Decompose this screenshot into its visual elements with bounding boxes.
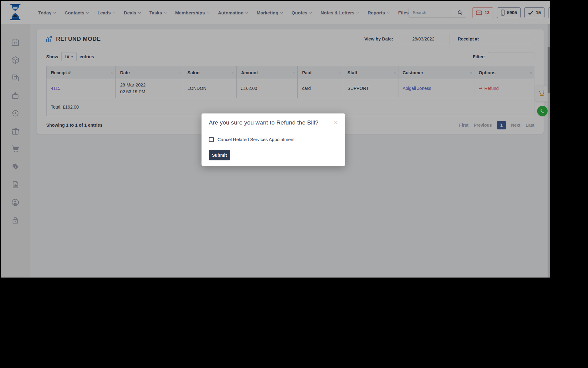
submit-button[interactable]: Submit bbox=[209, 150, 230, 160]
cancel-services-checkbox[interactable] bbox=[209, 137, 214, 142]
modal-body: Cancel Related Services Appointment Subm… bbox=[202, 132, 345, 160]
refund-confirm-modal: Are you sure you want to Refund the Bill… bbox=[202, 113, 345, 166]
close-icon[interactable]: × bbox=[334, 119, 338, 126]
screen: Today Contacts Leads Deals Tasks Members… bbox=[0, 0, 588, 368]
app-window: Today Contacts Leads Deals Tasks Members… bbox=[1, 1, 550, 278]
modal-header: Are you sure you want to Refund the Bill… bbox=[202, 113, 345, 132]
cancel-services-checkbox-row: Cancel Related Services Appointment bbox=[209, 137, 338, 142]
modal-title: Are you sure you want to Refund the Bill… bbox=[209, 119, 318, 126]
cancel-services-label: Cancel Related Services Appointment bbox=[217, 137, 295, 142]
